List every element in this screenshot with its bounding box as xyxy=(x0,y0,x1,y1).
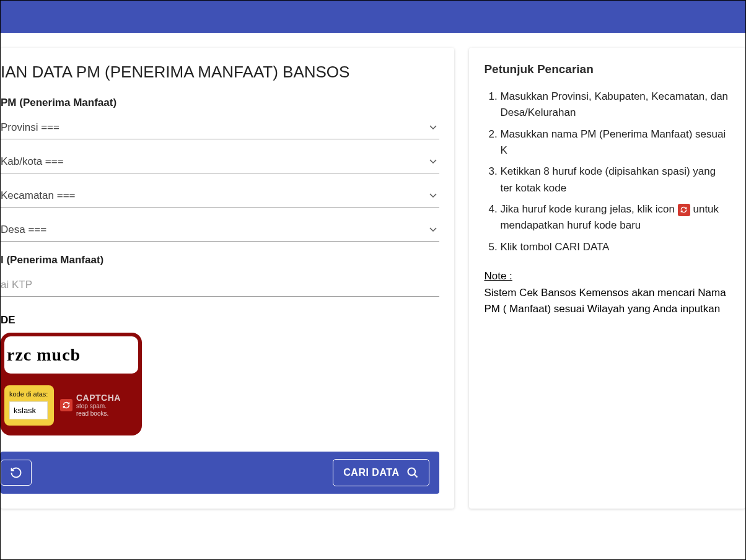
captcha-brand: CAPTCHA stop spam. read books. xyxy=(60,393,121,418)
provinsi-select[interactable]: Provinsi === xyxy=(1,115,439,139)
chevron-down-icon xyxy=(429,227,437,232)
reload-icon xyxy=(10,466,22,479)
instruction-item: Masukkan Provinsi, Kabupaten, Kecamatan,… xyxy=(500,89,731,121)
provinsi-value: Provinsi === xyxy=(1,121,59,134)
instruction-item-pre: Jika huruf kode kurang jelas, klik icon xyxy=(500,203,677,215)
nama-input[interactable] xyxy=(1,273,439,297)
page-title: IAN DATA PM (PENERIMA MANFAAT) BANSOS xyxy=(1,63,439,82)
search-form-card: IAN DATA PM (PENERIMA MANFAAT) BANSOS PM… xyxy=(1,48,454,509)
instruction-item: Jika huruf kode kurang jelas, klik icon … xyxy=(500,201,731,234)
note-body: Sistem Cek Bansos Kemensos akan mencari … xyxy=(484,285,731,318)
wilayah-label: PM (Penerima Manfaat) xyxy=(1,97,439,109)
instruction-item: Masukkan nama PM (Penerima Manfaat) sesu… xyxy=(500,126,731,159)
note-label: Note : xyxy=(484,270,731,282)
kabkota-select[interactable]: Kab/kota === xyxy=(1,149,439,173)
kode-label: DE xyxy=(1,314,439,326)
captcha-hint: kode di atas: xyxy=(9,390,48,398)
captcha-image: rzc mucb xyxy=(4,336,138,374)
captcha-input-area: kode di atas: xyxy=(4,385,54,426)
captcha-widget: rzc mucb kode di atas: CAPTCHA stop spam… xyxy=(1,333,142,435)
captcha-input[interactable] xyxy=(9,401,48,419)
svg-line-1 xyxy=(415,475,418,478)
search-icon xyxy=(406,466,419,479)
kabkota-value: Kab/kota === xyxy=(1,155,64,168)
cari-data-button[interactable]: CARI DATA xyxy=(333,459,429,486)
chevron-down-icon xyxy=(429,159,437,164)
desa-select[interactable]: Desa === xyxy=(1,217,439,242)
chevron-down-icon xyxy=(429,193,437,198)
instructions-card: Petunjuk Pencarian Masukkan Provinsi, Ka… xyxy=(469,48,745,509)
instruction-item: Ketikkan 8 huruf kode (dipisahkan spasi)… xyxy=(500,164,731,196)
reset-button[interactable] xyxy=(1,460,32,486)
captcha-brand-sub: stop spam. read books. xyxy=(76,403,121,418)
instructions-title: Petunjuk Pencarian xyxy=(484,63,731,76)
kecamatan-value: Kecamatan === xyxy=(1,190,76,202)
desa-value: Desa === xyxy=(1,224,46,236)
instructions-list: Masukkan Provinsi, Kabupaten, Kecamatan,… xyxy=(500,89,731,255)
action-bar: CARI DATA xyxy=(1,452,439,494)
top-bar xyxy=(1,1,745,33)
content: IAN DATA PM (PENERIMA MANFAAT) BANSOS PM… xyxy=(1,33,745,509)
cari-data-label: CARI DATA xyxy=(343,467,399,478)
instruction-item: Klik tombol CARI DATA xyxy=(500,239,731,255)
chevron-down-icon xyxy=(429,125,437,130)
refresh-icon[interactable] xyxy=(60,399,72,411)
svg-point-0 xyxy=(408,468,416,476)
kecamatan-select[interactable]: Kecamatan === xyxy=(1,183,439,208)
nama-label: l (Penerima Manfaat) xyxy=(1,254,439,266)
refresh-icon xyxy=(678,204,690,216)
captcha-brand-text: CAPTCHA xyxy=(76,393,121,403)
